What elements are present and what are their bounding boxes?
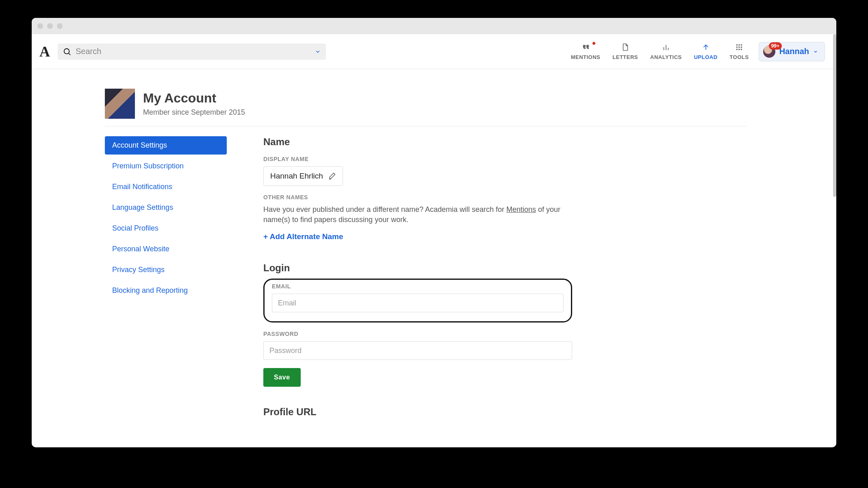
nav-tools[interactable]: Tools bbox=[730, 43, 749, 60]
section-heading-name: Name bbox=[263, 136, 572, 148]
page-viewport: A Mentions Letters Anal bbox=[32, 34, 836, 447]
settings-main: Name Display Name Hannah Ehrlich Other N… bbox=[263, 136, 572, 423]
nav-label: Upload bbox=[694, 54, 718, 60]
svg-point-9 bbox=[738, 46, 740, 48]
sidebar-item-premium-subscription[interactable]: Premium Subscription bbox=[105, 157, 227, 175]
nav-label: Tools bbox=[730, 54, 749, 60]
mentions-link[interactable]: Mentions bbox=[506, 205, 536, 214]
scrollbar-thumb[interactable] bbox=[833, 34, 836, 197]
svg-point-11 bbox=[736, 49, 738, 50]
nav-analytics[interactable]: Analytics bbox=[650, 43, 682, 60]
nav-label: Letters bbox=[612, 54, 638, 60]
page-content: My Account Member since September 2015 A… bbox=[32, 69, 836, 423]
window-titlebar bbox=[32, 18, 836, 34]
sidebar-item-social-profiles[interactable]: Social Profiles bbox=[105, 219, 227, 237]
sidebar-item-blocking-reporting[interactable]: Blocking and Reporting bbox=[105, 281, 227, 300]
other-names-label: Other Names bbox=[263, 194, 572, 200]
global-search[interactable] bbox=[58, 44, 326, 60]
svg-point-13 bbox=[741, 49, 742, 50]
file-icon bbox=[621, 43, 630, 52]
scrollbar[interactable] bbox=[833, 34, 836, 447]
profile-photo[interactable] bbox=[105, 89, 135, 119]
notification-badge: 99+ bbox=[769, 42, 782, 50]
svg-point-0 bbox=[64, 48, 69, 54]
sidebar-item-privacy-settings[interactable]: Privacy Settings bbox=[105, 261, 227, 279]
svg-line-1 bbox=[69, 53, 70, 55]
svg-point-10 bbox=[741, 46, 742, 48]
display-name-chip[interactable]: Hannah Ehrlich bbox=[263, 166, 343, 186]
email-input[interactable] bbox=[272, 294, 564, 312]
email-label: Email bbox=[272, 283, 564, 290]
page-header: My Account Member since September 2015 bbox=[105, 89, 747, 126]
email-field-group: Email bbox=[263, 279, 572, 322]
svg-point-8 bbox=[736, 46, 738, 48]
password-label: Password bbox=[263, 331, 572, 337]
nav-upload[interactable]: Upload bbox=[694, 43, 718, 60]
avatar: 99+ bbox=[763, 46, 775, 58]
sidebar-item-personal-website[interactable]: Personal Website bbox=[105, 240, 227, 258]
site-logo[interactable]: A bbox=[37, 43, 53, 60]
edit-icon[interactable] bbox=[328, 172, 336, 180]
window-zoom-dot[interactable] bbox=[57, 23, 63, 29]
browser-window: A Mentions Letters Anal bbox=[32, 18, 836, 447]
display-name-value: Hannah Ehrlich bbox=[270, 172, 323, 181]
nav-label: Analytics bbox=[650, 54, 682, 60]
bar-chart-icon bbox=[662, 43, 671, 52]
settings-sidebar: Account Settings Premium Subscription Em… bbox=[105, 136, 227, 423]
hint-text: Have you ever published under a differen… bbox=[263, 205, 506, 214]
sidebar-item-account-settings[interactable]: Account Settings bbox=[105, 136, 227, 155]
section-heading-login: Login bbox=[263, 262, 572, 274]
header-nav: Mentions Letters Analytics Upload Tools bbox=[571, 43, 749, 60]
window-minimize-dot[interactable] bbox=[47, 23, 53, 29]
user-menu[interactable]: 99+ Hannah bbox=[759, 42, 825, 61]
other-names-hint: Have you ever published under a differen… bbox=[263, 205, 572, 225]
section-heading-profile-url: Profile URL bbox=[263, 406, 572, 418]
nav-label: Mentions bbox=[571, 54, 601, 60]
svg-point-12 bbox=[738, 49, 740, 50]
app-header: A Mentions Letters Anal bbox=[32, 34, 836, 69]
search-dropdown-icon[interactable] bbox=[315, 48, 321, 55]
password-field-group: Password bbox=[263, 331, 572, 360]
add-alternate-name-link[interactable]: + Add Alternate Name bbox=[263, 232, 343, 241]
nav-letters[interactable]: Letters bbox=[612, 43, 638, 60]
window-close-dot[interactable] bbox=[37, 23, 43, 29]
save-button[interactable]: Save bbox=[263, 368, 301, 387]
svg-point-7 bbox=[741, 44, 742, 46]
chevron-down-icon bbox=[813, 49, 818, 54]
svg-point-5 bbox=[736, 44, 738, 46]
user-name: Hannah bbox=[779, 47, 809, 56]
notification-dot bbox=[592, 42, 595, 45]
grid-icon bbox=[735, 43, 744, 52]
search-input[interactable] bbox=[76, 47, 310, 56]
upload-icon bbox=[701, 43, 710, 52]
sidebar-item-email-notifications[interactable]: Email Notifications bbox=[105, 178, 227, 196]
nav-mentions[interactable]: Mentions bbox=[571, 43, 601, 60]
page-title: My Account bbox=[143, 91, 245, 106]
sidebar-item-language-settings[interactable]: Language Settings bbox=[105, 198, 227, 217]
search-icon bbox=[63, 47, 72, 56]
svg-point-6 bbox=[738, 44, 740, 46]
display-name-label: Display Name bbox=[263, 156, 572, 162]
quote-icon bbox=[581, 43, 590, 52]
member-since: Member since September 2015 bbox=[143, 108, 245, 117]
password-input[interactable] bbox=[263, 341, 572, 360]
